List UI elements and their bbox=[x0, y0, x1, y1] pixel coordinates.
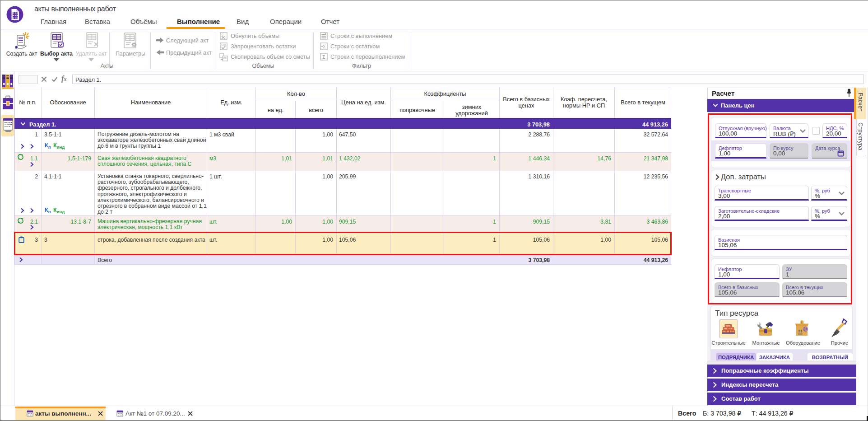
svg-text:Σ: Σ bbox=[322, 54, 325, 60]
svg-text:Σ: Σ bbox=[323, 44, 326, 49]
svg-text:0: 0 bbox=[222, 33, 223, 36]
svg-text:100: 100 bbox=[221, 43, 226, 47]
